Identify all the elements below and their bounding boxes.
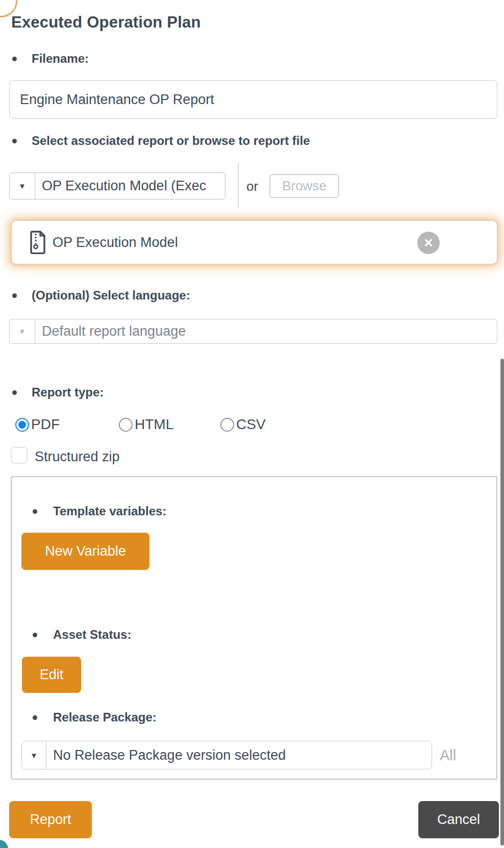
filename-value: Engine Maintenance OP Report [20, 92, 214, 108]
language-label-row: (Optional) Select language: [12, 288, 190, 303]
bullet-icon [12, 390, 17, 395]
chevron-down-icon: ▼ [18, 328, 26, 335]
dropdown-caret-cell[interactable]: ▼ [10, 319, 35, 343]
bullet-icon [12, 293, 17, 298]
report-type-label-row: Report type: [12, 385, 104, 400]
language-dropdown[interactable]: ▼ Default report language [9, 319, 497, 344]
report-button[interactable]: Report [9, 801, 92, 838]
asset-status-label-row: Asset Status: [33, 628, 131, 642]
template-variables-label-row: Template variables: [33, 504, 166, 518]
structured-zip-checkbox[interactable] [11, 447, 28, 464]
bullet-icon [12, 139, 17, 143]
filename-label: Filename: [32, 52, 89, 66]
filename-input[interactable]: Engine Maintenance OP Report [9, 80, 497, 119]
report-source-label-row: Select associated report or browse to re… [12, 134, 310, 148]
chevron-down-icon: ▼ [18, 182, 26, 190]
or-text: or [246, 179, 258, 194]
radio-unselected-icon [220, 418, 234, 432]
bullet-icon [33, 715, 37, 720]
vertical-scrollbar[interactable] [500, 359, 504, 845]
dropdown-caret-cell[interactable]: ▼ [10, 173, 35, 199]
associated-report-dropdown[interactable]: ▼ OP Execution Model (Exec [9, 172, 225, 199]
release-package-scope-all[interactable]: All [440, 747, 456, 764]
report-type-label: Report type: [32, 385, 104, 400]
dropdown-caret-cell[interactable]: ▼ [22, 741, 46, 769]
new-variable-button[interactable]: New Variable [21, 533, 149, 570]
language-label: (Optional) Select language: [32, 288, 190, 303]
selected-file-card[interactable]: OP Execution Model ✕ [11, 220, 497, 264]
radio-html-label: HTML [135, 416, 173, 433]
browse-button[interactable]: Browse [269, 174, 339, 198]
radio-pdf[interactable]: PDF [15, 416, 60, 433]
chevron-down-icon: ▼ [30, 752, 38, 759]
radio-unselected-icon [119, 418, 133, 432]
release-package-value: No Release Package version selected [46, 741, 432, 769]
page-title: Executed Operation Plan [11, 13, 201, 32]
edit-button[interactable]: Edit [22, 657, 81, 693]
bullet-icon [12, 57, 17, 61]
radio-selected-icon [15, 418, 29, 432]
selected-file-name: OP Execution Model [53, 235, 178, 251]
template-variables-label: Template variables: [53, 504, 166, 518]
radio-csv-label: CSV [236, 416, 266, 433]
radio-html[interactable]: HTML [119, 416, 173, 433]
asset-status-label: Asset Status: [53, 628, 131, 642]
bullet-icon [33, 509, 37, 514]
bullet-icon [33, 633, 37, 637]
radio-pdf-label: PDF [31, 416, 60, 433]
report-source-label: Select associated report or browse to re… [32, 134, 310, 148]
language-placeholder: Default report language [35, 319, 497, 343]
release-package-dropdown[interactable]: ▼ No Release Package version selected [21, 741, 432, 769]
structured-zip-label: Structured zip [35, 449, 120, 465]
divider [238, 163, 239, 208]
close-icon[interactable]: ✕ [417, 232, 440, 254]
associated-report-value: OP Execution Model (Exec [35, 173, 225, 199]
filename-label-row: Filename: [12, 52, 89, 66]
release-package-label: Release Package: [53, 710, 157, 725]
radio-csv[interactable]: CSV [220, 416, 266, 433]
background-teal-fragment [0, 840, 8, 848]
executed-operation-plan-dialog: Executed Operation Plan Filename: Engine… [0, 0, 504, 848]
cancel-button[interactable]: Cancel [418, 801, 499, 838]
release-package-label-row: Release Package: [33, 710, 157, 725]
zip-file-icon [30, 231, 45, 254]
